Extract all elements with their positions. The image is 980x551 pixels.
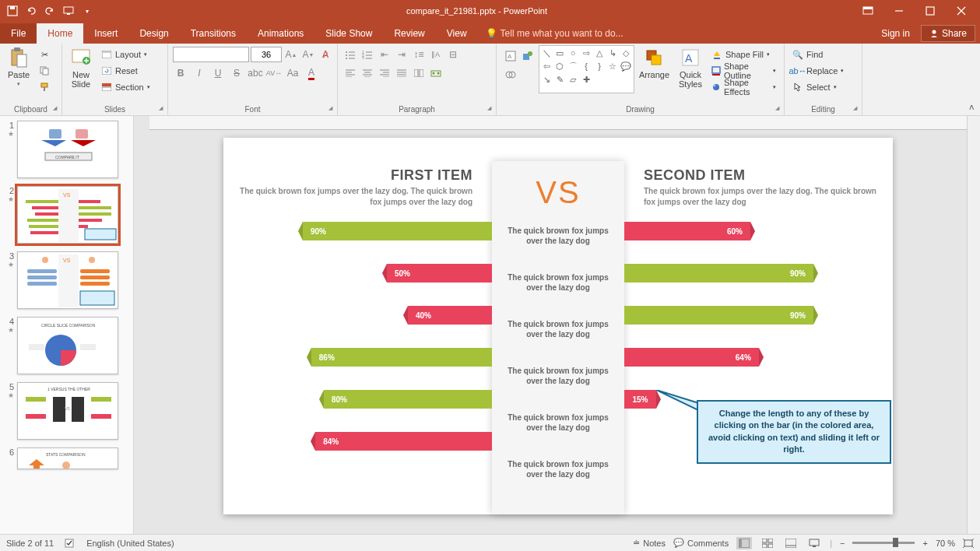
collapse-ribbon-button[interactable]: ʌ (963, 44, 980, 115)
shape-hex-icon[interactable]: ⬡ (554, 61, 565, 72)
align-center-button[interactable] (360, 65, 375, 81)
center-label-4[interactable]: The quick brown fox jumps over the lazy … (492, 358, 624, 394)
section-button[interactable]: Section▾ (100, 79, 152, 95)
right-bar-5[interactable]: 15% (624, 390, 656, 409)
shape-freeform-icon[interactable]: ✎ (554, 74, 565, 85)
tab-review[interactable]: Review (383, 23, 435, 44)
center-label-2[interactable]: The quick brown fox jumps over the lazy … (492, 265, 624, 300)
right-bar-2[interactable]: 90% (624, 264, 813, 283)
left-bar-5[interactable]: 80% (324, 390, 492, 409)
align-text-button[interactable]: ⊟ (445, 47, 461, 62)
tab-animations[interactable]: Animations (247, 23, 314, 44)
shape-star-icon[interactable]: ☆ (607, 61, 618, 72)
tab-insert[interactable]: Insert (83, 23, 128, 44)
qat-customize-icon[interactable]: ▾ (81, 5, 93, 17)
thumbnail-6[interactable]: 6 STATS COMPARISON (3, 447, 130, 469)
shape-brace-icon[interactable]: { (581, 61, 592, 72)
reading-view-button[interactable] (783, 537, 799, 549)
left-bar-3[interactable]: 40% (408, 306, 492, 325)
shadow-button[interactable]: abc (248, 65, 263, 81)
shapes-dropdown-button[interactable] (520, 48, 536, 64)
ribbon-options-icon[interactable] (854, 2, 882, 19)
zoom-in-button[interactable]: + (922, 539, 927, 548)
center-label-1[interactable]: The quick brown fox jumps over the lazy … (492, 218, 624, 254)
center-label-6[interactable]: The quick brown fox jumps over the lazy … (492, 451, 624, 487)
shape-arrow-icon[interactable]: ⇨ (581, 47, 592, 58)
line-spacing-button[interactable]: ↕≡ (411, 47, 427, 62)
grow-font-button[interactable]: A▲ (283, 47, 299, 62)
shape-arrow2-icon[interactable]: ⇦ (541, 61, 552, 72)
numbering-button[interactable]: 123 (360, 47, 375, 62)
slide-counter[interactable]: Slide 2 of 11 (6, 539, 54, 548)
tab-design[interactable]: Design (128, 23, 179, 44)
tab-transitions[interactable]: Transitions (180, 23, 247, 44)
zoom-level[interactable]: 70 % (936, 539, 955, 548)
second-item-header[interactable]: SECOND ITEM The quick brown fox jumps ov… (644, 167, 877, 208)
spellcheck-icon[interactable] (65, 538, 76, 549)
right-bar-4[interactable]: 64% (624, 348, 759, 367)
bold-button[interactable]: B (173, 65, 188, 81)
zoom-thumb[interactable] (893, 538, 898, 547)
shape-rect-icon[interactable]: ▭ (554, 47, 565, 58)
underline-button[interactable]: U (210, 65, 226, 81)
undo-icon[interactable] (25, 5, 37, 17)
smartart-button[interactable] (428, 65, 444, 81)
shapes-gallery[interactable]: ＼ ▭ ○ ⇨ △ ↳ ◇ ⇦ ⬡ ⌒ { } ☆ 💬 ↘ ✎ ▱ ✚ (539, 45, 634, 93)
shape-lconn-icon[interactable]: ↳ (607, 47, 618, 58)
new-slide-button[interactable]: New Slide (65, 45, 97, 90)
maximize-icon[interactable] (916, 2, 944, 19)
slideshow-view-button[interactable] (806, 537, 822, 549)
tell-me-search[interactable]: 💡 Tell me what you want to do... (478, 23, 631, 44)
font-size-input[interactable] (251, 47, 282, 62)
bullets-button[interactable] (342, 47, 358, 62)
paste-button[interactable]: Paste ▾ (3, 45, 34, 89)
left-bar-1[interactable]: 90% (303, 222, 492, 240)
align-left-button[interactable] (342, 65, 358, 81)
save-icon[interactable] (6, 5, 19, 17)
spacing-button[interactable]: AV↔ (266, 65, 282, 81)
slide-thumbnail-panel[interactable]: 1★ COMPARE IT 2★ VS 3★ VS 4★ CIRCLE SLIC… (0, 116, 134, 534)
shape-oval-icon[interactable]: ○ (567, 47, 578, 58)
cut-button[interactable]: ✂ (37, 47, 51, 62)
tab-slideshow[interactable]: Slide Show (314, 23, 383, 44)
align-right-button[interactable] (377, 65, 392, 81)
vertical-scrollbar[interactable] (967, 116, 980, 534)
right-bar-1[interactable]: 60% (624, 222, 750, 240)
shape-connector-icon[interactable]: ↘ (541, 74, 552, 85)
change-case-button[interactable]: Aa (285, 65, 300, 81)
textbox-button[interactable]: A (503, 48, 518, 64)
center-column[interactable]: VS The quick brown fox jumps over the la… (492, 161, 624, 514)
left-bar-6[interactable]: 84% (315, 432, 492, 451)
decrease-indent-button[interactable]: ⇤ (377, 47, 392, 62)
copy-button[interactable] (37, 63, 51, 79)
center-label-3[interactable]: The quick brown fox jumps over the lazy … (492, 311, 624, 347)
tab-view[interactable]: View (436, 23, 478, 44)
shape-outline-button[interactable]: Shape Outline▾ (710, 63, 778, 79)
justify-button[interactable] (394, 65, 409, 81)
notes-button[interactable]: ≐Notes (633, 538, 666, 548)
vs-label[interactable]: VS (492, 161, 624, 218)
canvas-scroll[interactable]: VS The quick brown fox jumps over the la… (149, 130, 967, 534)
thumbnail-2[interactable]: 2★ VS (3, 186, 130, 244)
shape-brace2-icon[interactable]: } (594, 61, 605, 72)
minimize-icon[interactable] (885, 2, 913, 19)
close-icon[interactable] (947, 2, 975, 19)
thumbnail-4[interactable]: 4★ CIRCLE SLICE COMPARISON (3, 317, 130, 374)
clear-formatting-button[interactable]: A̷ (318, 47, 333, 62)
zoom-out-button[interactable]: − (840, 539, 845, 548)
arrange-button[interactable]: Arrange (634, 45, 674, 81)
font-name-input[interactable] (173, 47, 249, 62)
italic-button[interactable]: I (191, 65, 207, 81)
thumbnail-5[interactable]: 5★ 1 VERSUS THE OTHERVS (3, 382, 130, 440)
shape-effects-button[interactable]: Shape Effects▾ (710, 79, 778, 95)
thumbnail-1[interactable]: 1★ COMPARE IT (3, 121, 130, 178)
callout-box[interactable]: Change the length to any of these by cli… (697, 400, 891, 464)
find-button[interactable]: 🔍Find (791, 47, 845, 62)
quick-styles-button[interactable]: A Quick Styles (674, 45, 707, 90)
text-direction-button[interactable]: ‖A (428, 47, 444, 62)
increase-indent-button[interactable]: ⇥ (394, 47, 409, 62)
language-status[interactable]: English (United States) (86, 539, 174, 548)
center-label-5[interactable]: The quick brown fox jumps over the lazy … (492, 405, 624, 440)
right-bar-3[interactable]: 90% (624, 306, 813, 325)
slide[interactable]: VS The quick brown fox jumps over the la… (223, 138, 893, 514)
